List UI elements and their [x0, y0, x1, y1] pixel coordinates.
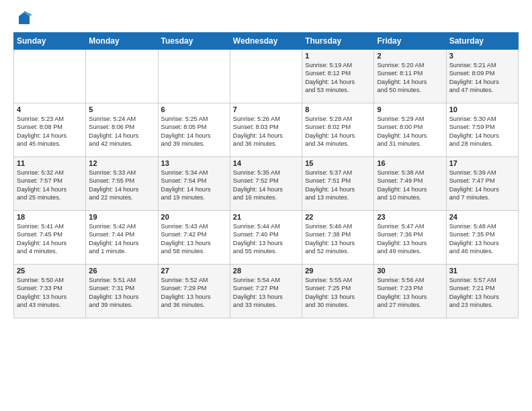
day-number: 24	[449, 213, 515, 221]
day-number: 12	[89, 159, 154, 167]
calendar-cell: 4Sunrise: 5:23 AM Sunset: 8:08 PM Daylig…	[14, 103, 86, 157]
day-info: Sunrise: 5:26 AM Sunset: 8:03 PM Dayligh…	[233, 115, 299, 148]
calendar-cell: 30Sunrise: 5:56 AM Sunset: 7:23 PM Dayli…	[374, 265, 446, 318]
day-number: 15	[305, 159, 371, 167]
calendar-cell: 3Sunrise: 5:21 AM Sunset: 8:09 PM Daylig…	[446, 50, 518, 103]
day-info: Sunrise: 5:44 AM Sunset: 7:40 PM Dayligh…	[233, 222, 299, 256]
calendar-cell: 13Sunrise: 5:34 AM Sunset: 7:54 PM Dayli…	[158, 157, 230, 211]
calendar-cell	[158, 50, 230, 103]
calendar-cell: 28Sunrise: 5:54 AM Sunset: 7:27 PM Dayli…	[230, 265, 302, 318]
day-number: 1	[305, 52, 371, 60]
calendar-cell: 24Sunrise: 5:48 AM Sunset: 7:35 PM Dayli…	[446, 211, 518, 265]
calendar-cell	[14, 50, 86, 103]
day-number: 16	[377, 159, 443, 167]
day-number: 30	[377, 267, 443, 275]
day-info: Sunrise: 5:55 AM Sunset: 7:25 PM Dayligh…	[305, 276, 371, 310]
day-number: 8	[305, 105, 371, 113]
calendar-cell: 1Sunrise: 5:19 AM Sunset: 8:12 PM Daylig…	[302, 50, 374, 103]
day-info: Sunrise: 5:29 AM Sunset: 8:00 PM Dayligh…	[377, 115, 443, 148]
calendar-cell: 14Sunrise: 5:35 AM Sunset: 7:52 PM Dayli…	[230, 157, 302, 211]
calendar-week-3: 11Sunrise: 5:32 AM Sunset: 7:57 PM Dayli…	[14, 157, 519, 211]
weekday-header-monday: Monday	[86, 33, 158, 50]
weekday-header-friday: Friday	[374, 33, 446, 50]
day-number: 27	[161, 267, 227, 275]
day-info: Sunrise: 5:52 AM Sunset: 7:29 PM Dayligh…	[161, 276, 227, 310]
day-info: Sunrise: 5:19 AM Sunset: 8:12 PM Dayligh…	[305, 61, 371, 95]
day-number: 13	[161, 159, 227, 167]
day-info: Sunrise: 5:51 AM Sunset: 7:31 PM Dayligh…	[89, 276, 154, 310]
day-number: 22	[305, 213, 371, 221]
day-info: Sunrise: 5:35 AM Sunset: 7:52 PM Dayligh…	[233, 169, 299, 202]
weekday-header-sunday: Sunday	[14, 33, 86, 50]
calendar-cell: 10Sunrise: 5:30 AM Sunset: 7:59 PM Dayli…	[446, 103, 518, 157]
day-number: 21	[233, 213, 299, 221]
day-number: 28	[233, 267, 299, 275]
calendar-cell: 17Sunrise: 5:39 AM Sunset: 7:47 PM Dayli…	[446, 157, 518, 211]
day-info: Sunrise: 5:38 AM Sunset: 7:49 PM Dayligh…	[377, 169, 443, 202]
day-number: 18	[17, 213, 83, 221]
day-number: 14	[233, 159, 299, 167]
day-info: Sunrise: 5:57 AM Sunset: 7:21 PM Dayligh…	[449, 276, 515, 310]
logo-icon	[16, 11, 32, 27]
calendar-cell: 6Sunrise: 5:25 AM Sunset: 8:05 PM Daylig…	[158, 103, 230, 157]
calendar-cell: 31Sunrise: 5:57 AM Sunset: 7:21 PM Dayli…	[446, 265, 518, 318]
day-info: Sunrise: 5:37 AM Sunset: 7:51 PM Dayligh…	[305, 169, 371, 202]
calendar-cell: 22Sunrise: 5:46 AM Sunset: 7:38 PM Dayli…	[302, 211, 374, 265]
day-info: Sunrise: 5:43 AM Sunset: 7:42 PM Dayligh…	[161, 222, 227, 256]
day-info: Sunrise: 5:54 AM Sunset: 7:27 PM Dayligh…	[233, 276, 299, 310]
weekday-header-wednesday: Wednesday	[230, 33, 302, 50]
day-number: 2	[377, 52, 443, 60]
calendar-cell: 12Sunrise: 5:33 AM Sunset: 7:55 PM Dayli…	[86, 157, 158, 211]
calendar-cell: 23Sunrise: 5:47 AM Sunset: 7:36 PM Dayli…	[374, 211, 446, 265]
day-info: Sunrise: 5:48 AM Sunset: 7:35 PM Dayligh…	[449, 222, 515, 256]
calendar-cell: 20Sunrise: 5:43 AM Sunset: 7:42 PM Dayli…	[158, 211, 230, 265]
calendar-cell: 21Sunrise: 5:44 AM Sunset: 7:40 PM Dayli…	[230, 211, 302, 265]
logo	[13, 11, 32, 27]
day-info: Sunrise: 5:46 AM Sunset: 7:38 PM Dayligh…	[305, 222, 371, 256]
calendar-week-2: 4Sunrise: 5:23 AM Sunset: 8:08 PM Daylig…	[14, 103, 519, 157]
day-info: Sunrise: 5:23 AM Sunset: 8:08 PM Dayligh…	[17, 115, 83, 148]
day-number: 11	[17, 159, 83, 167]
day-info: Sunrise: 5:56 AM Sunset: 7:23 PM Dayligh…	[377, 276, 443, 310]
day-info: Sunrise: 5:28 AM Sunset: 8:02 PM Dayligh…	[305, 115, 371, 148]
day-info: Sunrise: 5:20 AM Sunset: 8:11 PM Dayligh…	[377, 61, 443, 95]
day-info: Sunrise: 5:33 AM Sunset: 7:55 PM Dayligh…	[89, 169, 154, 202]
day-number: 26	[89, 267, 154, 275]
day-info: Sunrise: 5:32 AM Sunset: 7:57 PM Dayligh…	[17, 169, 83, 202]
day-info: Sunrise: 5:42 AM Sunset: 7:44 PM Dayligh…	[89, 222, 154, 256]
calendar-cell: 25Sunrise: 5:50 AM Sunset: 7:33 PM Dayli…	[14, 265, 86, 318]
calendar-cell: 16Sunrise: 5:38 AM Sunset: 7:49 PM Dayli…	[374, 157, 446, 211]
calendar-week-4: 18Sunrise: 5:41 AM Sunset: 7:45 PM Dayli…	[14, 211, 519, 265]
day-number: 6	[161, 105, 227, 113]
calendar-cell: 27Sunrise: 5:52 AM Sunset: 7:29 PM Dayli…	[158, 265, 230, 318]
day-number: 7	[233, 105, 299, 113]
calendar-cell: 8Sunrise: 5:28 AM Sunset: 8:02 PM Daylig…	[302, 103, 374, 157]
calendar-cell	[230, 50, 302, 103]
calendar-cell: 15Sunrise: 5:37 AM Sunset: 7:51 PM Dayli…	[302, 157, 374, 211]
calendar-week-1: 1Sunrise: 5:19 AM Sunset: 8:12 PM Daylig…	[14, 50, 519, 103]
day-info: Sunrise: 5:47 AM Sunset: 7:36 PM Dayligh…	[377, 222, 443, 256]
day-number: 9	[377, 105, 443, 113]
day-number: 5	[89, 105, 154, 113]
weekday-header-thursday: Thursday	[302, 33, 374, 50]
day-number: 10	[449, 105, 515, 113]
day-number: 17	[449, 159, 515, 167]
day-number: 19	[89, 213, 154, 221]
calendar-cell: 9Sunrise: 5:29 AM Sunset: 8:00 PM Daylig…	[374, 103, 446, 157]
day-info: Sunrise: 5:24 AM Sunset: 8:06 PM Dayligh…	[89, 115, 154, 148]
header	[13, 11, 519, 27]
calendar-cell: 19Sunrise: 5:42 AM Sunset: 7:44 PM Dayli…	[86, 211, 158, 265]
calendar-cell: 7Sunrise: 5:26 AM Sunset: 8:03 PM Daylig…	[230, 103, 302, 157]
calendar-cell: 11Sunrise: 5:32 AM Sunset: 7:57 PM Dayli…	[14, 157, 86, 211]
day-info: Sunrise: 5:34 AM Sunset: 7:54 PM Dayligh…	[161, 169, 227, 202]
calendar-cell	[86, 50, 158, 103]
day-number: 31	[449, 267, 515, 275]
day-info: Sunrise: 5:25 AM Sunset: 8:05 PM Dayligh…	[161, 115, 227, 148]
weekday-header-row: SundayMondayTuesdayWednesdayThursdayFrid…	[14, 33, 519, 50]
weekday-header-saturday: Saturday	[446, 33, 518, 50]
calendar-cell: 26Sunrise: 5:51 AM Sunset: 7:31 PM Dayli…	[86, 265, 158, 318]
calendar-cell: 2Sunrise: 5:20 AM Sunset: 8:11 PM Daylig…	[374, 50, 446, 103]
day-info: Sunrise: 5:50 AM Sunset: 7:33 PM Dayligh…	[17, 276, 83, 310]
day-number: 25	[17, 267, 83, 275]
day-info: Sunrise: 5:30 AM Sunset: 7:59 PM Dayligh…	[449, 115, 515, 148]
